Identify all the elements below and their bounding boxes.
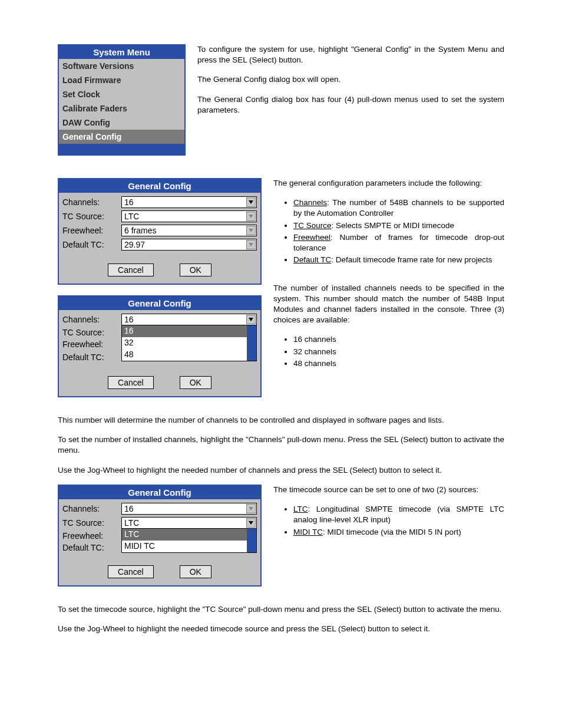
system-menu-title: System Menu [59, 45, 184, 59]
general-config-dialog-1: General Config Channels: 16 [58, 178, 262, 285]
label-default-tc: Default TC: [62, 543, 121, 552]
tc-source-combo-open[interactable]: LTC [121, 517, 257, 529]
chevron-down-icon [246, 226, 256, 235]
chevron-down-icon [246, 240, 256, 249]
general-config-dialog-2: General Config Channels: 16 [58, 295, 262, 397]
tc-after-p2: Use the Jog-Wheel to highlight the neede… [58, 624, 504, 634]
dialog1-title: General Config [59, 179, 260, 193]
tc-source-dropdown[interactable]: LTC MIDI TC [121, 529, 257, 553]
channels-dropdown[interactable]: 16 32 48 [121, 325, 257, 361]
label-freewheel: Freewheel: [62, 531, 121, 541]
ch-opt-48: 48 channels [293, 358, 504, 369]
label-default-tc: Default TC: [62, 240, 121, 249]
tc-opt-midi: MIDI TC: MIDI timecode (via the MIDI 5 I… [293, 527, 504, 538]
chevron-down-icon [246, 212, 256, 221]
params-text: The general configuration parameters inc… [273, 178, 504, 378]
channels-combo-open[interactable]: 16 [121, 314, 257, 325]
param-default-tc: Default TC: Default timecode frame rate … [293, 255, 504, 265]
svg-marker-3 [249, 243, 253, 246]
freewheel-value: 6 frames [124, 226, 156, 235]
tc-opt-ltc: LTC: Longitudinal SMPTE timecode (via SM… [293, 504, 504, 525]
cancel-button[interactable]: Cancel [108, 263, 154, 276]
dropdown-scrollbar[interactable] [247, 325, 256, 361]
menu-set-clock[interactable]: Set Clock [59, 87, 184, 101]
tc-source-value: LTC [124, 212, 139, 221]
label-tc-source: TC Source: [62, 212, 121, 221]
chevron-down-icon [246, 197, 256, 207]
ch-opt-32: 32 channels [293, 347, 504, 357]
tc-option-midi[interactable]: MIDI TC [122, 541, 256, 552]
svg-marker-1 [249, 215, 253, 218]
ok-button[interactable]: OK [180, 263, 211, 276]
dialog3-title: General Config [59, 486, 260, 499]
tc-option-ltc[interactable]: LTC [122, 529, 256, 541]
label-tc-source: TC Source: [62, 328, 121, 337]
tc-source-combo[interactable]: LTC [121, 210, 257, 222]
channels-combo[interactable]: 16 [121, 196, 257, 208]
label-default-tc: Default TC: [62, 353, 121, 362]
svg-marker-4 [249, 318, 253, 321]
default-tc-value: 29.97 [124, 240, 145, 249]
label-tc-source: TC Source: [62, 518, 121, 528]
intro-p2: The General Config dialog box will open. [197, 74, 504, 85]
chevron-down-icon [246, 315, 256, 324]
channels-value: 16 [124, 315, 134, 324]
svg-marker-6 [249, 521, 253, 525]
menu-calibrate-faders[interactable]: Calibrate Faders [59, 101, 184, 116]
channels-options-list: 16 channels 32 channels 48 channels [273, 334, 504, 369]
after-p2: To set the number of installed channels,… [58, 434, 504, 456]
tc-options-list: LTC: Longitudinal SMPTE timecode (via SM… [273, 504, 504, 538]
system-menu-panel: System Menu Software Versions Load Firmw… [58, 44, 186, 156]
menu-load-firmware[interactable]: Load Firmware [59, 73, 184, 87]
channels-option-48[interactable]: 48 [122, 349, 256, 361]
channels-intro: The number of installed channels needs t… [273, 283, 504, 326]
after-p1: This number will determine the number of… [58, 415, 504, 426]
label-channels: Channels: [62, 504, 121, 513]
param-tc-source: TC Source: Selects SMPTE or MIDI timecod… [293, 220, 504, 231]
label-channels: Channels: [62, 197, 121, 207]
general-config-dialog-3: General Config Channels: 16 [58, 485, 262, 587]
tc-followup: To set the timecode source, highlight th… [58, 604, 504, 634]
ch-opt-16: 16 channels [293, 334, 504, 345]
tc-source-value: LTC [124, 518, 139, 528]
ok-button[interactable]: OK [180, 376, 211, 389]
intro-p1: To configure the system for use, highlig… [197, 44, 504, 65]
param-channels: Channels: The number of 548B channels to… [293, 197, 504, 219]
tc-source-text: The timecode source can be set to one of… [273, 485, 504, 546]
tc-intro: The timecode source can be set to one of… [273, 485, 504, 495]
channels-followup: This number will determine the number of… [58, 415, 504, 476]
dropdown-scrollbar[interactable] [247, 529, 256, 552]
cancel-button[interactable]: Cancel [108, 565, 154, 578]
param-freewheel: Freewheel: Number of frames for timecode… [293, 232, 504, 253]
intro-p3: The General Config dialog box has four (… [197, 94, 504, 116]
label-channels: Channels: [62, 315, 121, 324]
ok-button[interactable]: OK [180, 565, 211, 578]
menu-daw-config[interactable]: DAW Config [59, 116, 184, 130]
after-p3: Use the Jog-Wheel to highlight the neede… [58, 465, 504, 476]
channels-value: 16 [124, 504, 134, 513]
label-freewheel: Freewheel: [62, 340, 121, 349]
params-intro: The general configuration parameters inc… [273, 178, 504, 189]
svg-marker-2 [249, 229, 253, 232]
svg-marker-0 [249, 200, 253, 204]
cancel-button[interactable]: Cancel [108, 376, 154, 389]
menu-empty-row [59, 144, 184, 154]
svg-marker-5 [249, 507, 253, 510]
tc-after-p1: To set the timecode source, highlight th… [58, 604, 504, 615]
chevron-down-icon [246, 504, 256, 513]
menu-general-config[interactable]: General Config [59, 130, 184, 144]
default-tc-combo[interactable]: 29.97 [121, 239, 257, 251]
params-list: Channels: The number of 548B channels to… [273, 197, 504, 265]
channels-combo[interactable]: 16 [121, 503, 257, 515]
dialog2-title: General Config [59, 297, 260, 310]
channels-option-32[interactable]: 32 [122, 337, 256, 349]
label-freewheel: Freewheel: [62, 226, 121, 235]
channels-value: 16 [124, 197, 134, 207]
freewheel-combo[interactable]: 6 frames [121, 225, 257, 236]
channels-option-16[interactable]: 16 [122, 325, 256, 337]
intro-text: To configure the system for use, highlig… [197, 44, 504, 124]
menu-software-versions[interactable]: Software Versions [59, 59, 184, 73]
chevron-down-icon [246, 518, 256, 528]
